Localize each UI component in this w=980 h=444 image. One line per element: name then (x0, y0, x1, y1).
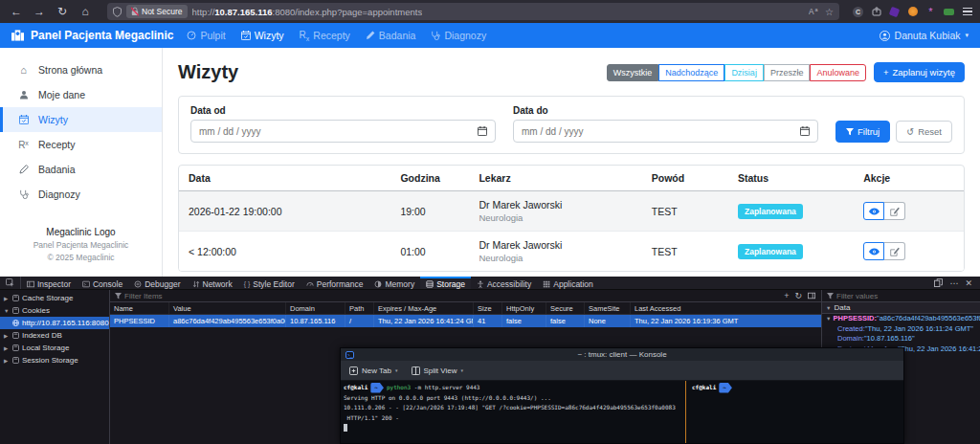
tab-storage[interactable]: Storage (420, 277, 471, 289)
view-button[interactable] (863, 202, 884, 220)
filter-nadchodzace-button[interactable]: Nadchodzące (658, 64, 724, 81)
brand[interactable]: Panel Pacjenta Megaclinic (11, 29, 173, 42)
nav-item-diagnozy[interactable]: Diagnozy (431, 30, 486, 41)
separate-window-icon[interactable] (934, 278, 943, 287)
filter-wszystkie-button[interactable]: Wszystkie (607, 64, 659, 81)
reload-icon[interactable]: ↻ (54, 3, 71, 20)
tree-cookies[interactable]: ▼Cookies (0, 304, 109, 317)
pick-element-icon[interactable] (0, 277, 21, 289)
sidebar-item-diagnozy[interactable]: Diagnozy (0, 182, 162, 207)
tab-style-editor[interactable]: { }Style Editor (238, 277, 301, 289)
tab-inspector[interactable]: Inspector (21, 277, 77, 289)
refresh-icon[interactable]: ↻ (794, 291, 802, 300)
split-view-button[interactable]: Split View ▾ (412, 366, 464, 375)
tab-accessibility[interactable]: Accessibility (471, 277, 537, 289)
bookmark-star-icon[interactable]: ☆ (825, 7, 834, 17)
new-tab-button[interactable]: New Tab ▾ (349, 366, 398, 375)
cookie-row-selected[interactable]: PHPSESSID a86c76da4f429ab495563e653f0a00… (110, 315, 821, 327)
not-secure-badge[interactable]: Not Secure (126, 5, 188, 18)
plus-icon: + (883, 67, 889, 78)
tree-session-storage[interactable]: ▶Session Storage (0, 354, 109, 366)
nav-item-badania[interactable]: Badania (366, 30, 416, 41)
extension-green-icon[interactable] (944, 7, 954, 17)
tmux-left-pane[interactable]: cf@kali~python3 -m http.server 9443 Serv… (344, 383, 683, 433)
url-bar[interactable]: Not Secure http://10.87.165.116:8080/ind… (107, 3, 839, 20)
extension-orange-icon[interactable] (907, 7, 918, 17)
translate-icon[interactable]: Aa (809, 7, 819, 16)
schedule-visit-button[interactable]: + Zaplanuj wizytę (874, 62, 965, 82)
sidebar-item-strona-glowna[interactable]: ⌂ Strona główna (0, 57, 162, 82)
extension-c-icon[interactable]: C (853, 7, 863, 17)
home-icon: ⌂ (17, 64, 30, 76)
devtools-menu-icon[interactable]: ⋯ (949, 278, 958, 288)
devtools-close-icon[interactable]: ✕ (965, 278, 972, 288)
data-key-line[interactable]: ▼ PHPSESSID:"a86c76da4f429ab495563e653f0… (822, 314, 980, 324)
new-tab-icon (349, 366, 358, 375)
sidebar-item-wizyty[interactable]: Wizyty (0, 107, 162, 132)
filter-values-field[interactable] (822, 292, 980, 300)
edit-button[interactable] (884, 242, 905, 260)
date-from-field[interactable] (190, 120, 496, 143)
col-godzina: Godzina (390, 166, 469, 190)
terminal-window[interactable]: >_ ~ : tmux: client — Konsole New Tab ▾ … (340, 347, 904, 444)
date-from-input[interactable] (199, 126, 478, 137)
date-to-input[interactable] (522, 126, 800, 137)
date-to-field[interactable] (513, 120, 818, 143)
sidebar-item-badania[interactable]: Badania (0, 157, 162, 182)
edit-button[interactable] (884, 202, 905, 220)
tab-application[interactable]: Application (537, 277, 599, 289)
add-item-icon[interactable]: + (784, 291, 789, 300)
tab-console[interactable]: Console (77, 277, 128, 289)
filter-items-field[interactable] (110, 292, 778, 300)
nav-item-wizyty[interactable]: Wizyty (241, 30, 284, 41)
filter-button[interactable]: Filtruj (835, 121, 890, 143)
user-menu[interactable]: Danuta Kubiak ▾ (880, 30, 969, 41)
tab-memory[interactable]: Memory (368, 277, 420, 289)
extension-proxy-icon[interactable] (871, 7, 881, 17)
sidebar-item-moje-dane[interactable]: Moje dane (0, 82, 162, 107)
browser-toolbar: ← → ↻ ⌂ Not Secure http://10.87.165.116:… (0, 0, 980, 23)
globe-icon (12, 320, 19, 326)
terminal-titlebar[interactable]: >_ ~ : tmux: client — Konsole (341, 348, 903, 361)
tree-local-storage[interactable]: ▶Local Storage (0, 342, 109, 354)
nav-item-pulpit[interactable]: Pulpit (187, 30, 225, 41)
tab-network[interactable]: Network (187, 277, 238, 289)
calendar-icon (17, 115, 30, 124)
nav-item-recepty[interactable]: Rx Recepty (300, 30, 350, 42)
tree-cache-storage[interactable]: ▶Cache Storage (0, 292, 109, 304)
sidebar-item-recepty[interactable]: Rx Recepty (0, 132, 162, 157)
data-section-header[interactable]: ▼Data (822, 302, 980, 314)
sidebar-toggle-icon[interactable] (808, 292, 815, 300)
tmux-pane-divider[interactable] (685, 381, 686, 443)
menu-hamburger-icon[interactable] (962, 7, 972, 17)
permissions-shield-icon[interactable] (113, 7, 122, 17)
view-button[interactable] (863, 242, 884, 260)
tmux-right-pane[interactable]: cf@kali~ (692, 383, 901, 393)
extension-purple-icon[interactable] (889, 7, 900, 17)
home-icon[interactable]: ⌂ (77, 3, 94, 20)
tree-indexeddb[interactable]: ▶Indexed DB (0, 329, 109, 342)
calendar-icon[interactable] (478, 126, 487, 136)
filter-values-input[interactable] (836, 292, 975, 300)
filter-anulowane-button[interactable]: Anulowane (810, 64, 866, 81)
tab-debugger[interactable]: Debugger (128, 277, 186, 289)
back-icon[interactable]: ← (8, 3, 25, 20)
filter-dzisiaj-button[interactable]: Dzisiaj (724, 64, 764, 81)
forward-icon[interactable]: → (31, 3, 48, 20)
filter-przeszle-button[interactable]: Przeszłe (764, 64, 811, 81)
filter-items-input[interactable] (124, 292, 773, 300)
storage-jar-icon (12, 357, 19, 364)
calendar-icon[interactable] (800, 126, 810, 136)
edit-pencil-icon (890, 247, 900, 256)
extension-sparkle-icon[interactable]: * (925, 7, 936, 17)
tree-cookie-host[interactable]: http://10.87.165.116:8080 (0, 317, 109, 329)
tab-performance[interactable]: Performance (301, 277, 369, 289)
terminal-body[interactable]: cf@kali~python3 -m http.server 9443 Serv… (341, 381, 903, 443)
prompt-segment: ~ (370, 383, 384, 393)
hospital-icon (11, 30, 24, 41)
reset-button[interactable]: ↺ Reset (896, 121, 952, 143)
date-to-label: Data do (513, 105, 818, 116)
status-badge: Zaplanowana (738, 204, 803, 219)
filter-funnel-icon (827, 293, 834, 300)
pencil-icon (17, 165, 30, 174)
